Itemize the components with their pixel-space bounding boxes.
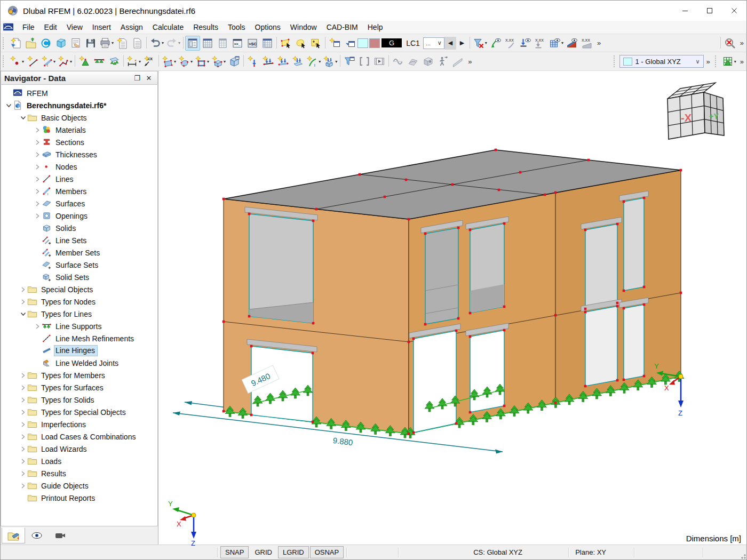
chevron-collapsed-icon[interactable] [19, 299, 27, 305]
3d-viewport[interactable]: 9.480 9.880 Y X Z [158, 71, 746, 545]
chevron-collapsed-icon[interactable] [19, 287, 27, 292]
tree-item-sections[interactable]: Sections [1, 136, 157, 148]
object-color-swatch[interactable] [369, 38, 380, 48]
chevron-expanded-icon[interactable] [19, 115, 27, 121]
open-file-button[interactable] [23, 36, 38, 51]
open-model-button[interactable] [53, 36, 68, 51]
tree-item-basic-objects[interactable]: Basic Objects [1, 111, 157, 124]
chevron-collapsed-icon[interactable] [19, 459, 27, 464]
save-button[interactable] [83, 36, 98, 51]
tree-item-nodes[interactable]: Nodes [1, 161, 157, 173]
toolbar-grip[interactable] [715, 55, 719, 67]
load-case-label[interactable]: LC1 [403, 39, 423, 47]
results-members-button[interactable] [391, 54, 406, 69]
menu-help[interactable]: Help [363, 22, 388, 33]
new-member-load-button[interactable] [275, 54, 290, 69]
new-nodal-load-button[interactable] [245, 54, 260, 69]
new-dimension-button[interactable]: x▾ [125, 54, 142, 69]
new-block-button[interactable] [227, 54, 242, 69]
dropdown-caret-icon[interactable]: ▾ [207, 59, 209, 64]
tree-item-members[interactable]: IMembers [1, 185, 157, 197]
chevron-collapsed-icon[interactable] [19, 434, 27, 439]
dropdown-caret-icon[interactable]: ▾ [561, 41, 563, 45]
menu-edit[interactable]: Edit [39, 22, 62, 33]
tree-item-load-cases-combinations[interactable]: Load Cases & Combinations [1, 430, 157, 443]
chevron-collapsed-icon[interactable] [19, 483, 27, 489]
load-case-combo[interactable]: ...∨ [423, 37, 444, 49]
chevron-collapsed-icon[interactable] [19, 422, 27, 427]
show-loads-button[interactable] [488, 36, 503, 51]
dropdown-caret-icon[interactable]: ▾ [485, 41, 487, 45]
dropdown-caret-icon[interactable]: ▾ [70, 59, 72, 64]
new-surface-button[interactable]: ▾ [161, 54, 177, 69]
menu-results[interactable]: Results [188, 22, 223, 33]
select-special-button[interactable] [293, 36, 308, 51]
tree-item-loads[interactable]: Loads [1, 455, 157, 467]
dropdown-caret-icon[interactable]: ▾ [335, 59, 337, 64]
close-button[interactable] [722, 1, 746, 21]
load-category-chip[interactable]: G [382, 38, 402, 47]
chevron-collapsed-icon[interactable] [19, 410, 27, 415]
menu-file[interactable]: File [18, 22, 39, 33]
console-button[interactable]: >>_ [230, 36, 245, 51]
float-panel-icon[interactable]: ❐ [132, 74, 142, 82]
dropdown-caret-icon[interactable]: ▾ [22, 59, 24, 64]
new-node-button[interactable]: ▾ [9, 54, 25, 69]
tree-item-line-mesh-refinements[interactable]: Line Mesh Refinements [1, 332, 157, 345]
chevron-collapsed-icon[interactable] [19, 373, 27, 378]
new-project-button[interactable] [9, 36, 23, 51]
tree-item-openings[interactable]: Openings [1, 210, 157, 222]
status-toggle-lgrid[interactable]: LGRID [278, 546, 309, 558]
tab-data-navigator[interactable] [2, 527, 25, 543]
menu-window[interactable]: Window [285, 22, 322, 33]
tree-item-member-sets[interactable]: Member Sets [1, 246, 157, 259]
toolbar-grip[interactable] [3, 55, 7, 67]
new-printout-report-button[interactable] [115, 36, 130, 51]
chevron-collapsed-icon[interactable] [19, 397, 27, 403]
chevron-collapsed-icon[interactable] [33, 177, 42, 182]
project-navigator-button[interactable] [68, 36, 83, 51]
visibility-by-window-button[interactable] [342, 36, 357, 51]
print-button[interactable]: ▾ [98, 36, 115, 51]
chevron-collapsed-icon[interactable] [33, 164, 42, 170]
dropdown-caret-icon[interactable]: ▾ [53, 59, 55, 64]
tree-item-line-welded-joints[interactable]: Line Welded Joints [1, 357, 157, 369]
tab-visibility-navigator[interactable] [49, 527, 72, 543]
tree-item-types-for-lines[interactable]: Types for Lines [1, 308, 157, 320]
next-load-case-button[interactable]: ▶ [456, 37, 468, 50]
menu-insert[interactable]: Insert [88, 22, 116, 33]
new-opening-button[interactable]: ▾ [177, 54, 194, 69]
animation-button[interactable] [372, 54, 387, 69]
redo-button[interactable]: ▾ [165, 36, 181, 51]
tree-item-types-for-solids[interactable]: Types for Solids [1, 394, 157, 406]
dropdown-caret-icon[interactable]: ▾ [734, 59, 736, 64]
tree-item-materials[interactable]: Materials [1, 124, 157, 136]
new-surface-load-button[interactable] [290, 54, 305, 69]
tree-item-line-supports[interactable]: Line Supports [1, 320, 157, 332]
new-dimension-xx-button[interactable]: XX [142, 54, 157, 69]
resize-grip[interactable] [739, 552, 746, 559]
navigation-cube[interactable]: -X +Y [667, 83, 724, 139]
chevron-collapsed-icon[interactable] [33, 324, 42, 329]
show-results-button[interactable] [565, 36, 579, 51]
dropdown-caret-icon[interactable]: ▾ [139, 59, 141, 64]
table-panel-button[interactable] [215, 36, 230, 51]
dropdown-caret-icon[interactable]: ▾ [319, 59, 321, 64]
tree-item-surfaces[interactable]: Surfaces [1, 197, 157, 210]
tree-item-guide-objects[interactable]: Guide Objects [1, 479, 157, 492]
toolbar-overflow-chevron[interactable]: » [594, 39, 603, 47]
toolbar-overflow-chevron[interactable]: » [737, 39, 746, 47]
select-window-button[interactable] [279, 36, 293, 51]
dropdown-caret-icon[interactable]: ▾ [174, 59, 176, 64]
chevron-collapsed-icon[interactable] [33, 127, 42, 133]
show-load-values-button[interactable]: X.XX [503, 36, 518, 51]
results-sections-button[interactable] [450, 54, 465, 69]
undo-button[interactable]: ▾ [148, 36, 165, 51]
tree-item-results[interactable]: Results [1, 467, 157, 479]
previous-load-case-button[interactable]: ◀ [444, 37, 456, 50]
new-line-button[interactable] [25, 54, 40, 69]
tree-item-types-for-nodes[interactable]: Types for Nodes [1, 295, 157, 308]
tree-item-berechnungsdatei-rf6[interactable]: Berechnungsdatei.rf6* [1, 99, 157, 111]
chevron-expanded-icon[interactable] [4, 102, 13, 108]
filter-loads-button[interactable]: ▾ [472, 36, 488, 51]
